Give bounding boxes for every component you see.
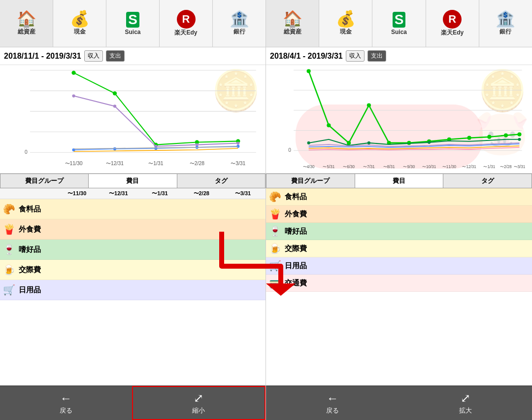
nav-rakuten-right[interactable]: R 楽天Edy	[426, 0, 479, 47]
right-chart-svg: 0 〜4/30 〜5/31 〜6/30 〜7/31 〜8/31 〜9/30 〜1…	[266, 65, 532, 173]
left-cat-hobby[interactable]: 🍷 嗜好品	[0, 240, 266, 260]
expand-label-right: 拡大	[459, 406, 472, 415]
svg-point-58	[367, 141, 370, 144]
left-date-header: 2018/11/1 - 2019/3/31 収入 支出	[0, 47, 266, 65]
right-cat-transport[interactable]: 🚃 交通費	[266, 275, 532, 292]
left-panel: 🏠 総資産 💰 現金 S Suica R 楽天Edy 🏦 銀行 2018/11/…	[0, 0, 266, 420]
svg-text:〜3/31: 〜3/31	[231, 161, 245, 166]
svg-text:〜1/31: 〜1/31	[148, 161, 163, 166]
right-expense-btn[interactable]: 支出	[367, 50, 386, 62]
svg-point-53	[467, 136, 471, 140]
rakuten-icon-left: R	[177, 10, 196, 29]
svg-point-11	[71, 70, 75, 74]
right-cat-eating[interactable]: 🍟 外食費	[266, 206, 532, 223]
svg-point-12	[113, 91, 117, 95]
nav-bank-right[interactable]: 🏦 銀行	[479, 0, 532, 47]
right-cat-daily[interactable]: 🛒 日用品	[266, 257, 532, 275]
left-cat-food[interactable]: 🥐 食料品	[0, 199, 266, 219]
svg-text:〜3/31: 〜3/31	[514, 165, 526, 169]
rakuten-icon-right: R	[443, 10, 462, 29]
left-col-headers: 〜11/30 〜12/31 〜1/31 〜2/28 〜3/31	[0, 188, 266, 199]
left-cat-daily[interactable]: 🛒 日用品	[0, 280, 266, 300]
svg-text:〜6/30: 〜6/30	[343, 165, 355, 169]
left-tab-bar: 費目グループ 費目 タグ	[0, 174, 266, 188]
food-icon-right: 🥐	[269, 191, 285, 203]
hobby-name-left: 嗜好品	[19, 245, 41, 254]
left-shrink-btn[interactable]: ⤢ 縮小	[132, 386, 266, 420]
social-icon-left: 🍺	[3, 264, 19, 276]
svg-point-23	[154, 147, 157, 150]
nav-cash-label-left: 現金	[74, 28, 86, 36]
daily-name-right: 日用品	[285, 261, 307, 271]
nav-cash-right[interactable]: 💰 現金	[319, 0, 372, 47]
social-icon-right: 🍺	[269, 243, 285, 254]
nav-rakuten-label-left: 楽天Edy	[174, 29, 197, 37]
svg-point-45	[307, 69, 311, 73]
nav-total-right[interactable]: 🏠 総資産	[266, 0, 319, 47]
right-cat-hobby[interactable]: 🍷 嗜好品	[266, 223, 532, 240]
tab-tag-right[interactable]: タグ	[443, 174, 532, 188]
left-income-btn[interactable]: 収入	[84, 50, 103, 62]
svg-text:〜2/28: 〜2/28	[190, 161, 204, 166]
right-nav-bar: 🏠 総資産 💰 現金 S Suica R 楽天Edy 🏦 銀行	[266, 0, 532, 47]
transport-name-right: 交通費	[285, 279, 307, 288]
nav-suica-label-right: Suica	[391, 29, 407, 35]
cash-icon-right: 💰	[336, 11, 356, 27]
nav-suica-left[interactable]: S Suica	[106, 0, 160, 47]
right-back-btn[interactable]: ← 戻る	[266, 386, 399, 420]
svg-point-60	[518, 138, 521, 141]
nav-total-left[interactable]: 🏠 総資産	[0, 0, 53, 47]
food-icon-left: 🥐	[3, 203, 19, 215]
svg-text:〜7/31: 〜7/31	[363, 165, 375, 169]
tab-group-right[interactable]: 費目グループ	[266, 174, 355, 188]
left-cat-eating[interactable]: 🍟 外食費	[0, 219, 266, 240]
tab-category-right[interactable]: 費目	[355, 174, 444, 188]
left-back-btn[interactable]: ← 戻る	[0, 386, 132, 420]
svg-point-17	[113, 105, 116, 107]
bank-icon-right: 🏦	[496, 11, 515, 27]
svg-text:0: 0	[288, 147, 291, 153]
svg-point-54	[487, 135, 491, 139]
right-chart-area: 🪙 🐷 0 〜4/30 〜5/31 〜6/30 〜7/31 〜8/31 〜9/3…	[266, 65, 532, 174]
suica-icon-right: S	[393, 12, 406, 28]
daily-icon-right: 🛒	[269, 260, 285, 272]
left-date-range: 2018/11/1 - 2019/3/31	[4, 52, 81, 61]
right-panel: 🏠 総資産 💰 現金 S Suica R 楽天Edy 🏦 銀行 2018/4/1…	[266, 0, 532, 420]
left-category-list: 🥐 食料品 🍟 外食費 🍷 嗜好品 🍺 交際費 🛒 日用品	[0, 199, 266, 385]
right-income-btn[interactable]: 収入	[346, 50, 365, 62]
svg-point-20	[236, 141, 239, 144]
tab-tag-left[interactable]: タグ	[177, 174, 265, 188]
nav-cash-left[interactable]: 💰 現金	[53, 0, 106, 47]
svg-text:〜9/30: 〜9/30	[403, 165, 415, 169]
svg-point-55	[504, 134, 508, 138]
food-name-right: 食料品	[285, 192, 307, 202]
left-bottom-bar: ← 戻る ⤢ 縮小	[0, 385, 266, 420]
right-cat-social[interactable]: 🍺 交際費	[266, 240, 532, 257]
right-cat-food[interactable]: 🥐 食料品	[266, 188, 532, 206]
left-nav-bar: 🏠 総資産 💰 現金 S Suica R 楽天Edy 🏦 銀行	[0, 0, 266, 47]
svg-text:〜12/31: 〜12/31	[106, 161, 124, 166]
hobby-name-right: 嗜好品	[285, 227, 307, 236]
left-expense-btn[interactable]: 支出	[106, 50, 125, 62]
svg-point-22	[113, 147, 116, 150]
svg-text:〜2/28: 〜2/28	[500, 165, 512, 169]
nav-rakuten-left[interactable]: R 楽天Edy	[160, 0, 213, 47]
left-chart-area: 🪙 0 〜11/30 〜12/31 〜1/31 〜2/28 〜3/31	[0, 65, 266, 174]
nav-bank-label-left: 銀行	[233, 28, 245, 36]
svg-point-59	[428, 141, 431, 144]
right-expand-btn[interactable]: ⤢ 拡大	[399, 386, 532, 420]
back-arrow-icon-left: ←	[60, 391, 72, 405]
nav-bank-left[interactable]: 🏦 銀行	[213, 0, 266, 47]
svg-point-46	[327, 123, 331, 127]
daily-name-left: 日用品	[19, 285, 41, 295]
shrink-icon-left: ⤢	[194, 391, 203, 405]
nav-bank-label-right: 銀行	[499, 28, 511, 36]
tab-category-left[interactable]: 費目	[89, 174, 177, 188]
social-name-left: 交際費	[19, 265, 41, 275]
eating-icon-right: 🍟	[269, 208, 285, 220]
back-label-right: 戻る	[326, 406, 339, 415]
nav-suica-right[interactable]: S Suica	[372, 0, 426, 47]
left-cat-social[interactable]: 🍺 交際費	[0, 260, 266, 280]
right-date-range: 2018/4/1 - 2019/3/31	[270, 52, 343, 61]
tab-group-left[interactable]: 費目グループ	[0, 174, 89, 188]
